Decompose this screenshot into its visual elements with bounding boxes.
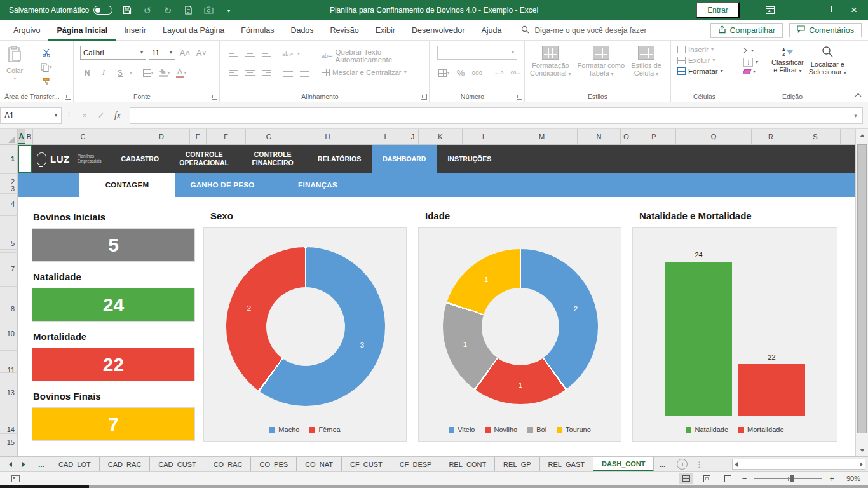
macro-record-icon[interactable]	[11, 475, 20, 482]
cancel-icon[interactable]: ×	[76, 107, 93, 124]
fill-button[interactable]: ↓▾	[743, 58, 758, 67]
name-box[interactable]: A1▾	[0, 107, 62, 124]
chart-card-sexo[interactable]: 32MachoFêmea	[203, 227, 407, 442]
sheet-overflow-right[interactable]: ...	[654, 457, 670, 471]
sheet-tab-rel-gast[interactable]: REL_GAST	[540, 457, 593, 471]
hscroll-right-icon[interactable]	[860, 462, 863, 467]
align-bottom-icon[interactable]	[259, 47, 273, 60]
sort-filter-button[interactable]: AZ Classificare Filtrar ▾	[771, 46, 804, 76]
comma-style-icon[interactable]: 000	[470, 66, 484, 79]
row-header-10[interactable]: 10	[7, 330, 15, 337]
wrap-text-button[interactable]: ab↩ Quebrar Texto Automaticamente	[322, 48, 429, 64]
copy-icon[interactable]: ▾	[39, 60, 53, 74]
kpi-box-natalidade[interactable]: 24	[32, 288, 195, 322]
merge-center-button[interactable]: Mesclar e Centralizar ▾	[322, 69, 407, 76]
sign-in-button[interactable]: Entrar	[696, 2, 740, 18]
sheet-tab-co-nat[interactable]: CO_NAT	[297, 457, 342, 471]
ribbon-tab-desenvolvedor[interactable]: Desenvolvedor	[403, 20, 473, 41]
tab-splitter[interactable]: ⋮	[688, 457, 703, 471]
print-preview-icon[interactable]	[182, 4, 194, 17]
redo-icon[interactable]: ↻	[162, 4, 173, 17]
vscroll-thumb[interactable]	[857, 144, 867, 433]
column-header-s[interactable]: S	[790, 129, 841, 144]
delete-cells-button[interactable]: Excluir▾	[677, 57, 723, 64]
number-format-combo[interactable]: ▾	[437, 46, 517, 60]
comments-button[interactable]: Comentários	[789, 23, 862, 37]
increase-indent-icon[interactable]	[297, 67, 311, 81]
nav-item-cadastro[interactable]: CADASTRO	[111, 145, 170, 173]
ribbon-tab-revis-o[interactable]: Revisão	[322, 20, 367, 41]
font-dialog-launcher-icon[interactable]	[212, 94, 217, 100]
hscroll-left-icon[interactable]	[735, 462, 738, 467]
close-button[interactable]: ×	[840, 0, 868, 20]
scroll-down-icon[interactable]	[856, 444, 868, 456]
zoom-slider[interactable]	[754, 478, 822, 479]
column-header-c[interactable]: C	[33, 129, 133, 144]
borders-icon[interactable]: ▾	[141, 66, 155, 79]
align-left-icon[interactable]	[226, 67, 240, 81]
autosave-control[interactable]: Salvamento Automático	[9, 6, 112, 15]
number-dialog-launcher-icon[interactable]	[517, 94, 522, 100]
fill-color-icon[interactable]: ▾	[158, 66, 172, 79]
font-name-combo[interactable]: Calibri▾	[80, 46, 146, 60]
format-painter-icon[interactable]	[39, 75, 53, 88]
nav-item-instru-es[interactable]: INSTRUÇÕES	[437, 145, 502, 173]
sheet-tab-rel-cont[interactable]: REL_CONT	[440, 457, 495, 471]
autosum-button[interactable]: Σ▾	[743, 46, 758, 55]
save-icon[interactable]	[121, 4, 133, 17]
percent-style-icon[interactable]: %	[454, 66, 468, 79]
ribbon-tab-exibir[interactable]: Exibir	[367, 20, 403, 41]
new-sheet-button[interactable]: +	[677, 459, 688, 470]
cut-icon[interactable]	[39, 46, 53, 59]
column-header-j[interactable]: J	[407, 129, 419, 144]
paste-button[interactable]: Colar ▾	[6, 46, 23, 81]
italic-icon[interactable]: I	[97, 66, 111, 79]
insert-cells-button[interactable]: Inserir▾	[677, 46, 723, 53]
column-header-h[interactable]: H	[292, 129, 363, 144]
select-all-corner[interactable]	[0, 129, 18, 145]
sheet-tab-co-pes[interactable]: CO_PES	[251, 457, 297, 471]
column-header-f[interactable]: F	[207, 129, 246, 144]
sheet-overflow-left[interactable]: ...	[33, 457, 50, 471]
column-header-e[interactable]: E	[190, 129, 207, 144]
normal-view-icon[interactable]	[679, 473, 693, 484]
tell-me-search[interactable]: Diga-me o que você deseja fazer	[521, 25, 646, 36]
row-header-8[interactable]: 8	[11, 305, 15, 313]
subtab-contagem[interactable]: CONTAGEM	[79, 173, 175, 197]
autosave-toggle-icon[interactable]	[93, 6, 112, 15]
column-header-r[interactable]: R	[752, 129, 790, 144]
cell-styles-button[interactable]: Estilos deCélula ▾	[631, 46, 661, 77]
zoom-out-icon[interactable]: −	[742, 474, 747, 484]
format-cells-button[interactable]: Formatar▾	[677, 67, 723, 75]
conditional-formatting-button[interactable]: FormataçãoCondicional ▾	[530, 46, 571, 77]
ribbon-tab-p-gina-inicial[interactable]: Página Inicial	[48, 20, 116, 41]
horizontal-scrollbar[interactable]	[732, 459, 865, 470]
subtab-ganho-de-peso[interactable]: GANHO DE PESO	[175, 173, 270, 197]
nav-item-controle-financeiro[interactable]: CONTROLE FINANCEIRO	[238, 145, 307, 173]
underline-icon[interactable]: S	[113, 66, 127, 79]
kpi-box-mortalidade[interactable]: 22	[32, 348, 195, 381]
find-select-button[interactable]: Localizar eSelecionar ▾	[809, 46, 846, 76]
minimize-button[interactable]: —	[784, 0, 812, 20]
ribbon-tab-ajuda[interactable]: Ajuda	[473, 20, 510, 41]
column-header-k[interactable]: K	[419, 129, 463, 144]
sheet-tab-rel-gp[interactable]: REL_GP	[495, 457, 539, 471]
nav-item-controle-operacional[interactable]: CONTROLE OPERACIONAL	[170, 145, 238, 173]
expand-formula-bar-icon[interactable]: ▾	[849, 107, 863, 124]
column-header-q[interactable]: Q	[676, 129, 752, 144]
row-header-7[interactable]: 7	[11, 265, 15, 273]
font-size-combo[interactable]: 11▾	[149, 46, 175, 60]
column-header-o[interactable]: O	[621, 129, 632, 144]
increase-font-icon[interactable]: A˄	[178, 46, 192, 60]
sheet-tab-cad-cust[interactable]: CAD_CUST	[150, 457, 205, 471]
collapse-ribbon-icon[interactable]	[855, 92, 862, 98]
active-cell-a1[interactable]	[18, 145, 32, 173]
sheet-scroll-left-icon[interactable]	[9, 462, 12, 467]
nav-item-relat-rios[interactable]: RELATÓRIOS	[307, 145, 372, 173]
column-header-b[interactable]: B	[25, 129, 33, 144]
ribbon-tab-dados[interactable]: Dados	[282, 20, 322, 41]
row-header-15[interactable]: 15	[7, 438, 15, 446]
row-header-1[interactable]: 1	[11, 155, 15, 163]
zoom-slider-thumb[interactable]	[790, 475, 794, 482]
decrease-decimal-icon[interactable]: .00→	[508, 66, 522, 79]
